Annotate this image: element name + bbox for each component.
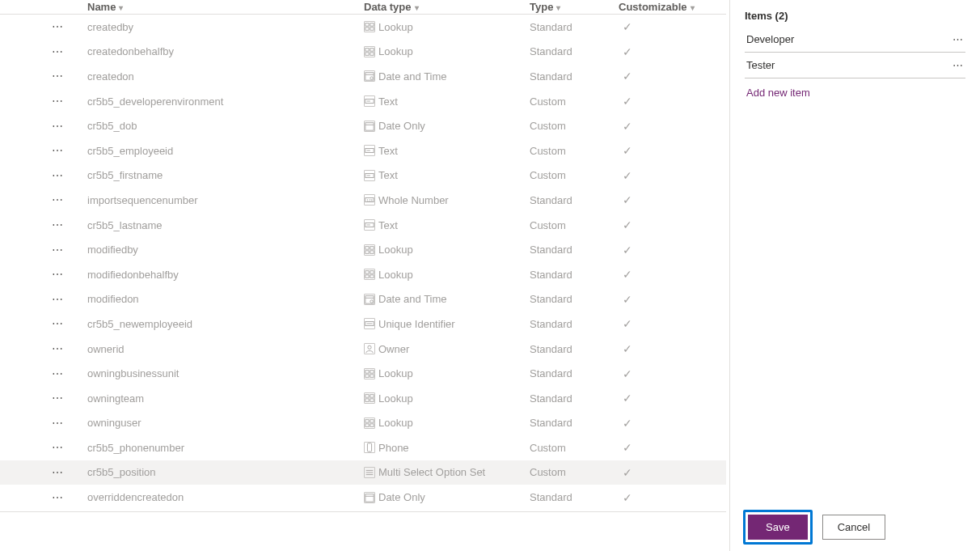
check-icon: ✓ [623,466,632,479]
field-type: Custom [530,120,566,132]
svg-rect-27 [365,271,369,273]
check-icon: ✓ [623,417,632,430]
items-header: Items (2) [745,6,965,27]
svg-rect-46 [370,420,374,422]
more-icon[interactable]: ⋯ [52,417,64,430]
more-icon[interactable]: ⋯ [52,95,64,108]
field-name: modifiedon [87,293,139,305]
check-icon: ✓ [623,120,632,133]
table-row[interactable]: ⋯cr5b5_newemployeeidUnique IdentifierSta… [0,312,726,337]
table-row[interactable]: ⋯cr5b5_lastnameTextCustom✓ [0,213,726,238]
field-type: Custom [530,95,566,108]
table-row[interactable]: ⋯owningteamLookupStandard✓ [0,386,726,411]
datetime-icon [364,70,375,82]
header-type[interactable]: Type▾ [530,1,560,13]
header-name[interactable]: Name▾ [87,1,123,13]
check-icon: ✓ [623,317,632,330]
more-icon[interactable]: ⋯ [52,45,64,58]
field-name: cr5b5_dob [87,120,137,132]
svg-rect-1 [370,23,374,26]
divider [0,511,726,512]
field-name: owningbusinessunit [87,367,179,379]
field-type: Custom [530,219,566,231]
more-icon[interactable]: ⋯ [52,244,64,256]
more-icon[interactable]: ⋯ [52,20,64,33]
svg-rect-29 [365,275,369,278]
table-row[interactable]: ⋯modifiedonbehalfbyLookupStandard✓ [0,262,726,287]
more-icon[interactable]: ⋯ [52,169,64,182]
svg-rect-4 [365,49,369,51]
table-row[interactable]: ⋯cr5b5_phonenumberPhoneCustom✓ [0,435,726,460]
field-type: Standard [530,70,572,83]
table-row[interactable]: ⋯createdbyLookupStandard✓ [0,15,726,40]
date-icon [364,492,375,503]
more-icon[interactable]: ⋯ [52,342,64,355]
save-button[interactable]: Save [748,515,808,540]
text-icon [364,145,375,156]
table-row[interactable]: ⋯cr5b5_developerenvironmentTextCustom✓ [0,89,726,114]
more-icon[interactable]: ⋯ [52,317,64,330]
table-row[interactable]: ⋯createdonbehalfbyLookupStandard✓ [0,40,726,65]
option-item-label: Developer [746,33,794,45]
more-icon[interactable]: ⋯ [52,491,64,504]
more-icon[interactable]: ⋯ [52,392,64,405]
field-type: Standard [530,45,572,57]
unique-icon [364,318,375,329]
field-datatype: Date and Time [364,293,447,305]
field-name: cr5b5_developerenvironment [87,95,223,108]
table-row[interactable]: ⋯importsequencenumber123Whole NumberStan… [0,188,726,213]
svg-rect-41 [365,395,369,397]
table-row[interactable]: ⋯modifiedbyLookupStandard✓ [0,237,726,262]
text-icon [364,95,375,107]
check-icon: ✓ [623,244,632,256]
more-icon[interactable]: ⋯ [52,268,64,281]
option-item[interactable]: Tester⋯ [745,53,965,78]
svg-point-33 [370,300,373,303]
field-type: Standard [530,367,572,379]
check-icon: ✓ [623,20,632,33]
lookup-icon [364,368,375,379]
more-icon[interactable]: ⋯ [953,59,964,71]
table-row[interactable]: ⋯overriddencreatedonDate OnlyStandard✓ [0,485,726,510]
check-icon: ✓ [623,293,632,306]
table-row[interactable]: ⋯cr5b5_employeeidTextCustom✓ [0,138,726,163]
datetime-icon [364,294,375,305]
field-datatype: Multi Select Option Set [364,466,485,478]
more-icon[interactable]: ⋯ [52,367,64,380]
svg-rect-13 [365,122,374,129]
more-icon[interactable]: ⋯ [52,193,64,206]
more-icon[interactable]: ⋯ [52,144,64,157]
more-icon[interactable]: ⋯ [52,218,64,231]
svg-rect-7 [370,53,374,55]
table-row[interactable]: ⋯cr5b5_firstnameTextCustom✓ [0,163,726,189]
check-icon: ✓ [623,70,632,83]
svg-rect-48 [370,424,374,426]
text-icon [364,219,375,231]
field-name: cr5b5_employeeid [87,145,173,157]
field-type: Custom [530,466,566,478]
table-row[interactable]: ⋯owningbusinessunitLookupStandard✓ [0,361,726,386]
table-row[interactable]: ⋯cr5b5_positionMulti Select Option SetCu… [0,460,726,485]
text-icon [364,170,375,181]
header-customizable[interactable]: Customizable▾ [619,1,695,13]
multiselect-icon [364,467,375,478]
field-datatype: Unique Identifier [364,318,455,330]
header-datatype[interactable]: Data type▾ [364,1,419,13]
more-icon[interactable]: ⋯ [52,441,64,454]
more-icon[interactable]: ⋯ [52,293,64,306]
more-icon[interactable]: ⋯ [52,120,64,133]
more-icon[interactable]: ⋯ [52,70,64,83]
table-row[interactable]: ⋯owninguserLookupStandard✓ [0,411,726,436]
table-row[interactable]: ⋯modifiedonDate and TimeStandard✓ [0,287,726,312]
add-new-item-link[interactable]: Add new item [745,78,965,107]
more-icon[interactable]: ⋯ [52,466,64,479]
option-item[interactable]: Developer⋯ [745,27,965,53]
cancel-button[interactable]: Cancel [822,515,885,540]
check-icon: ✓ [623,144,632,157]
more-icon[interactable]: ⋯ [953,33,964,45]
field-name: cr5b5_position [87,466,156,478]
table-row[interactable]: ⋯owneridOwnerStandard✓ [0,337,726,362]
table-row[interactable]: ⋯createdonDate and TimeStandard✓ [0,64,726,89]
field-name: cr5b5_newemployeeid [87,318,192,330]
table-row[interactable]: ⋯cr5b5_dobDate OnlyCustom✓ [0,113,726,138]
